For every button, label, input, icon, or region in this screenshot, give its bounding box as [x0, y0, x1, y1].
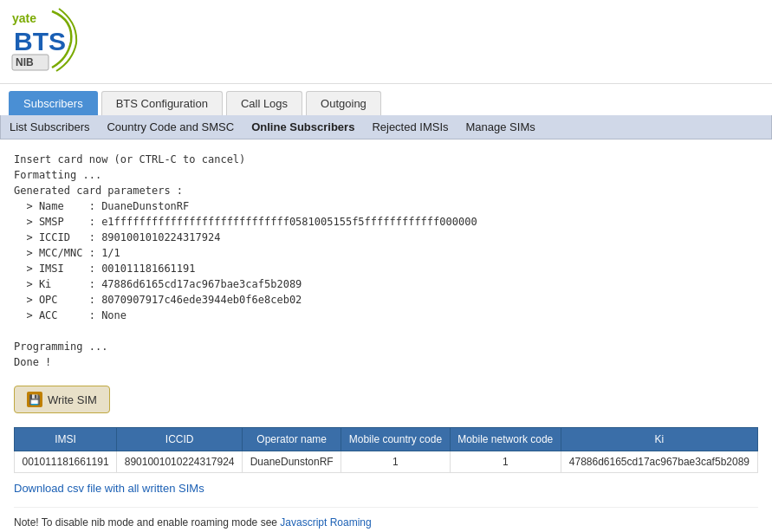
table-cell: 1	[450, 451, 561, 473]
sub-nav: List Subscribers Country Code and SMSC O…	[0, 115, 772, 139]
col-ki: Ki	[561, 428, 757, 451]
table-cell: 001011181661191	[15, 451, 117, 473]
write-sim-button[interactable]: 💾 Write SIM	[14, 386, 110, 413]
svg-text:yate: yate	[12, 11, 36, 25]
table-header-row: IMSI ICCID Operator name Mobile country …	[15, 428, 758, 451]
sim-icon: 💾	[27, 392, 42, 407]
table-row: 0010111816611918901001010224317924DuaneD…	[15, 451, 758, 473]
tab-subscribers[interactable]: Subscribers	[9, 91, 98, 115]
logo-area: yate BTS NIB	[9, 7, 78, 76]
tab-bts-configuration[interactable]: BTS Configuration	[101, 91, 223, 115]
nav-tabs: Subscribers BTS Configuration Call Logs …	[0, 84, 772, 115]
tab-outgoing[interactable]: Outgoing	[306, 91, 381, 115]
write-sim-label: Write SIM	[48, 393, 97, 406]
header: yate BTS NIB	[0, 0, 772, 84]
col-imsi: IMSI	[15, 428, 117, 451]
subnav-list-subscribers[interactable]: List Subscribers	[10, 120, 89, 133]
table-body: 0010111816611918901001010224317924DuaneD…	[15, 451, 758, 473]
col-operator-name: Operator name	[243, 428, 341, 451]
table-cell: 1	[341, 451, 450, 473]
note-text: Note! To disable nib mode and enable roa…	[14, 516, 280, 529]
svg-text:NIB: NIB	[16, 56, 34, 68]
subnav-rejected-imsis[interactable]: Rejected IMSIs	[372, 120, 448, 133]
terminal-output: Insert card now (or CTRL-C to cancel) Fo…	[14, 152, 758, 370]
content: Insert card now (or CTRL-C to cancel) Fo…	[0, 139, 772, 532]
logo-svg: yate BTS NIB	[9, 7, 78, 76]
table-cell: 47886d6165cd17ac967bae3caf5b2089	[561, 451, 757, 473]
col-mcc: Mobile country code	[341, 428, 450, 451]
note: Note! To disable nib mode and enable roa…	[14, 507, 758, 529]
tab-call-logs[interactable]: Call Logs	[226, 91, 302, 115]
subnav-manage-sims[interactable]: Manage SIMs	[466, 120, 535, 133]
javascript-roaming-link[interactable]: Javascript Roaming	[280, 516, 371, 529]
col-iccid: ICCID	[117, 428, 243, 451]
table-cell: 8901001010224317924	[117, 451, 243, 473]
subnav-online-subscribers[interactable]: Online Subscribers	[251, 120, 354, 133]
svg-text:BTS: BTS	[14, 27, 66, 55]
sim-table: IMSI ICCID Operator name Mobile country …	[14, 427, 758, 473]
download-csv-link[interactable]: Download csv file with all written SIMs	[14, 482, 758, 495]
subnav-country-code-smsc[interactable]: Country Code and SMSC	[107, 120, 234, 133]
table-cell: DuaneDunstonRF	[243, 451, 341, 473]
col-mnc: Mobile network code	[450, 428, 561, 451]
